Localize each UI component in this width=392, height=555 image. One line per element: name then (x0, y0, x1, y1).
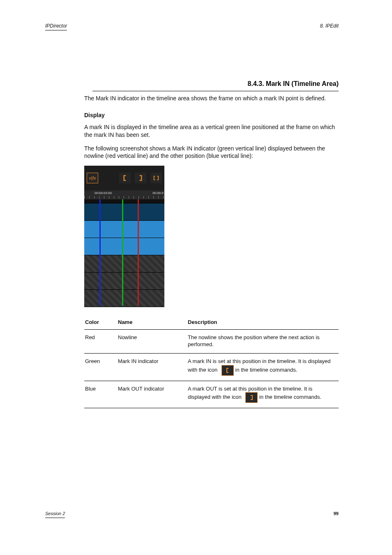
mark-out-icon (245, 392, 258, 403)
cell-desc-b: in the timeline commands. (259, 394, 321, 400)
track-row (84, 290, 164, 307)
table-row: Red Nowline The nowline shows the positi… (84, 329, 339, 353)
track-row (84, 238, 164, 255)
chapter-label: 8. IPEdit (320, 23, 339, 30)
figure-toolbar: v|fx (84, 166, 164, 190)
mark-in-icon (221, 365, 234, 376)
vfx-button: v|fx (87, 173, 98, 183)
cell-desc-b: in the timeline commands. (235, 367, 297, 373)
cell-name: Nowline (117, 329, 187, 353)
footer: Session 2 99 (45, 511, 339, 518)
nowline (138, 199, 139, 305)
cell-name: Mark OUT indicator (117, 381, 187, 408)
mark-in-line (122, 199, 123, 305)
cell-name: Mark IN indicator (117, 353, 187, 381)
display-para-2: The following screenshot shows a Mark IN… (84, 145, 339, 160)
cell-desc: A mark IN is set at this position in the… (187, 353, 339, 381)
table-header-row: Color Name Description (84, 316, 339, 329)
other-position-line (99, 199, 101, 305)
content: The Mark IN indicator in the timeline ar… (84, 95, 339, 408)
cell-color: Blue (84, 381, 117, 408)
col-color: Color (84, 316, 117, 329)
track-row (84, 204, 164, 221)
figure-ruler: 00:00:03:00 00:00:0 (84, 190, 164, 199)
mark-in-icon (119, 173, 131, 183)
figure-tracks (84, 199, 164, 307)
col-name: Name (117, 316, 187, 329)
footer-left: Session 2 (45, 511, 65, 518)
product-name: IPDirector (45, 23, 67, 30)
table-row: Green Mark IN indicator A mark IN is set… (84, 353, 339, 381)
mark-out-icon (135, 173, 146, 183)
legend-table: Color Name Description Red Nowline The n… (84, 316, 339, 408)
track-row (84, 255, 164, 273)
mark-in-out-icon (150, 173, 162, 183)
ruler-tc-left: 00:00:03:00 (95, 191, 112, 196)
vfx-label: v|fx (89, 175, 96, 181)
display-para-1: A mark IN is displayed in the timeline a… (84, 123, 339, 139)
cell-desc: A mark OUT is set at this position in th… (187, 381, 339, 408)
page-number: 99 (334, 511, 339, 518)
timeline-screenshot: v|fx 00:00:03:00 00:00:0 (84, 166, 164, 307)
track-row (84, 221, 164, 238)
col-description: Description (187, 316, 339, 329)
table-row: Blue Mark OUT indicator A mark OUT is se… (84, 381, 339, 408)
section-heading: 8.4.3. Mark IN (Timeline Area) (92, 79, 339, 91)
intro-text: The Mark IN indicator in the timeline ar… (84, 95, 339, 102)
display-heading: Display (84, 111, 339, 119)
cell-color: Red (84, 329, 117, 353)
ruler-tc-right: 00:00:0 (152, 191, 164, 196)
track-row (84, 273, 164, 290)
page-meta: IPDirector 8. IPEdit (45, 23, 339, 30)
cell-color: Green (84, 353, 117, 381)
cell-desc: The nowline shows the position where the… (187, 329, 339, 353)
